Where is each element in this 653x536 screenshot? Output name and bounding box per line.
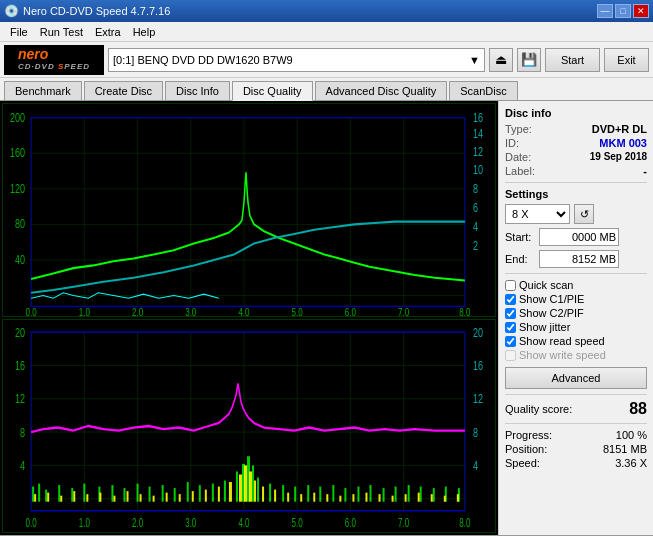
speed-value: 3.36 X (615, 457, 647, 469)
show-c1pie-checkbox[interactable] (505, 294, 516, 305)
svg-text:4: 4 (473, 458, 478, 472)
divider-4 (505, 423, 647, 424)
position-label: Position: (505, 443, 547, 455)
svg-rect-77 (45, 490, 47, 502)
end-mb-input[interactable] (539, 250, 619, 268)
show-write-speed-checkbox (505, 350, 516, 361)
svg-rect-121 (140, 494, 142, 502)
quality-score-value: 88 (629, 400, 647, 418)
tab-disc-quality[interactable]: Disc Quality (232, 81, 313, 101)
svg-text:10: 10 (473, 162, 483, 176)
tab-create-disc[interactable]: Create Disc (84, 81, 163, 100)
show-read-speed-checkbox[interactable] (505, 336, 516, 347)
menu-run-test[interactable]: Run Test (34, 24, 89, 40)
start-mb-input[interactable] (539, 228, 619, 246)
drive-selector[interactable]: [0:1] BENQ DVD DD DW1620 B7W9 ▼ (108, 48, 485, 72)
speed-select[interactable]: 8 X (505, 204, 570, 224)
svg-text:8: 8 (473, 425, 478, 439)
show-read-speed-row: Show read speed (505, 335, 647, 347)
svg-rect-135 (287, 493, 289, 502)
svg-text:4: 4 (20, 458, 25, 472)
tab-disc-info[interactable]: Disc Info (165, 81, 230, 100)
svg-text:1.0: 1.0 (79, 517, 90, 530)
speed-row: Speed: 3.36 X (505, 457, 647, 469)
tab-benchmark[interactable]: Benchmark (4, 81, 82, 100)
svg-rect-84 (137, 484, 139, 502)
lower-chart: 20 16 12 8 4 20 16 12 8 4 0.0 1.0 2.0 3.… (2, 319, 496, 533)
show-jitter-checkbox[interactable] (505, 322, 516, 333)
show-write-speed-row: Show write speed (505, 349, 647, 361)
window-controls[interactable]: — □ ✕ (597, 4, 649, 18)
end-mb-row: End: (505, 250, 647, 268)
svg-text:5.0: 5.0 (292, 517, 303, 530)
menu-help[interactable]: Help (127, 24, 162, 40)
quick-scan-checkbox[interactable] (505, 280, 516, 291)
title-bar-text: Nero CD-DVD Speed 4.7.7.16 (23, 5, 170, 17)
svg-rect-117 (86, 494, 88, 502)
svg-rect-98 (282, 485, 284, 502)
close-button[interactable]: ✕ (633, 4, 649, 18)
progress-label: Progress: (505, 429, 552, 441)
svg-rect-110 (433, 488, 435, 502)
disc-label-label: Label: (505, 165, 535, 177)
show-c2pif-checkbox[interactable] (505, 308, 516, 319)
svg-rect-144 (405, 494, 407, 502)
start-button[interactable]: Start (545, 48, 600, 72)
svg-text:0.0: 0.0 (26, 517, 37, 530)
svg-rect-136 (300, 494, 302, 502)
svg-rect-96 (257, 477, 259, 501)
upper-chart: 200 160 120 80 40 16 14 12 10 8 6 4 2 0.… (2, 103, 496, 317)
menu-extra[interactable]: Extra (89, 24, 127, 40)
divider-3 (505, 394, 647, 395)
quality-score-label: Quality score: (505, 403, 572, 415)
svg-rect-108 (408, 485, 410, 502)
show-c1pie-label: Show C1/PIE (519, 293, 584, 305)
svg-rect-119 (113, 496, 115, 502)
svg-rect-130 (244, 465, 247, 501)
svg-rect-143 (392, 496, 394, 502)
advanced-button[interactable]: Advanced (505, 367, 647, 389)
svg-rect-145 (418, 493, 420, 502)
disc-date-value: 19 Sep 2018 (590, 151, 647, 163)
svg-text:16: 16 (15, 358, 25, 372)
svg-text:16: 16 (473, 358, 483, 372)
show-c2pif-row: Show C2/PIF (505, 307, 647, 319)
tab-bar: Benchmark Create Disc Disc Info Disc Qua… (0, 78, 653, 101)
quick-scan-label: Quick scan (519, 279, 573, 291)
tab-scan-disc[interactable]: ScanDisc (449, 81, 517, 100)
svg-rect-114 (47, 493, 49, 502)
svg-rect-125 (192, 491, 194, 502)
svg-text:14: 14 (473, 127, 483, 141)
tab-advanced-disc-quality[interactable]: Advanced Disc Quality (315, 81, 448, 100)
svg-rect-101 (319, 487, 321, 502)
save-button[interactable]: 💾 (517, 48, 541, 72)
svg-rect-109 (420, 487, 422, 502)
show-write-speed-label: Show write speed (519, 349, 606, 361)
disc-id-label: ID: (505, 137, 519, 149)
disc-label-value: - (643, 165, 647, 177)
speed-settings-row: 8 X ↺ (505, 204, 647, 224)
svg-rect-127 (218, 487, 220, 502)
svg-rect-123 (166, 493, 168, 502)
svg-rect-128 (229, 482, 232, 502)
svg-text:2: 2 (473, 239, 478, 253)
svg-text:5.0: 5.0 (292, 306, 303, 316)
svg-text:8.0: 8.0 (459, 306, 470, 316)
svg-rect-80 (83, 484, 85, 502)
svg-rect-147 (444, 496, 446, 502)
maximize-button[interactable]: □ (615, 4, 631, 18)
svg-rect-97 (269, 484, 271, 502)
menu-file[interactable]: File (4, 24, 34, 40)
exit-button[interactable]: Exit (604, 48, 649, 72)
svg-text:8.0: 8.0 (459, 517, 470, 530)
settings-title: Settings (505, 188, 647, 200)
svg-rect-113 (34, 494, 36, 502)
svg-text:1.0: 1.0 (79, 306, 90, 316)
minimize-button[interactable]: — (597, 4, 613, 18)
disc-eject-button[interactable]: ⏏ (489, 48, 513, 72)
svg-rect-86 (162, 485, 164, 502)
svg-rect-88 (187, 482, 189, 502)
svg-text:8: 8 (473, 182, 478, 196)
svg-rect-107 (395, 487, 397, 502)
refresh-button[interactable]: ↺ (574, 204, 594, 224)
